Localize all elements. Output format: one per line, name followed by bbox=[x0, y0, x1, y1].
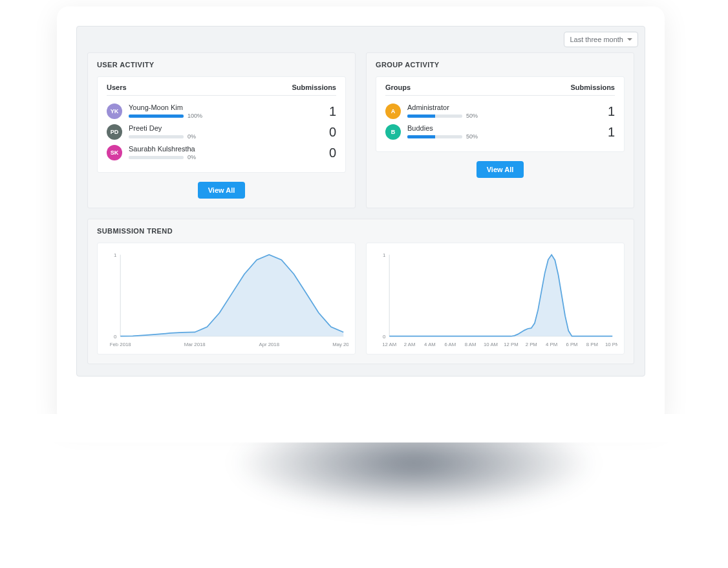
user-activity-title: USER ACTIVITY bbox=[97, 61, 346, 69]
progress-wrap: 100% bbox=[129, 113, 325, 119]
svg-text:May 2018: May 2018 bbox=[332, 342, 348, 347]
trend-chart-monthly: 01Feb 2018Mar 2018Apr 2018May 2018 bbox=[97, 243, 356, 355]
monthly-chart-svg: 01Feb 2018Mar 2018Apr 2018May 2018 bbox=[104, 250, 348, 350]
hourly-chart-svg: 0112 AM2 AM4 AM6 AM8 AM10 AM12 PM2 PM4 P… bbox=[373, 250, 617, 350]
app-screen: Last three month USER ACTIVITY Users Sub… bbox=[76, 26, 645, 377]
laptop-frame: Last three month USER ACTIVITY Users Sub… bbox=[57, 6, 665, 424]
group-view-all-button[interactable]: View All bbox=[476, 161, 524, 178]
group-activity-panel: GROUP ACTIVITY Groups Submissions AAdmin… bbox=[366, 52, 634, 208]
svg-text:6 AM: 6 AM bbox=[444, 342, 456, 347]
user-row-main: Preeti Dey0% bbox=[129, 124, 325, 140]
submission-trend-title: SUBMISSION TREND bbox=[97, 227, 625, 235]
group-row[interactable]: BBuddies50%1 bbox=[385, 122, 615, 142]
svg-text:12 AM: 12 AM bbox=[382, 342, 396, 347]
submission-count: 0 bbox=[325, 125, 336, 140]
groups-column-header: Groups bbox=[385, 83, 411, 91]
svg-text:4 PM: 4 PM bbox=[546, 342, 557, 347]
progress-fill bbox=[129, 115, 184, 118]
user-activity-panel: USER ACTIVITY Users Submissions YKYoung-… bbox=[87, 52, 356, 208]
progress-wrap: 0% bbox=[129, 133, 325, 140]
user-row-main: Saurabh Kulshrestha0% bbox=[129, 145, 325, 160]
svg-text:10 AM: 10 AM bbox=[484, 342, 498, 347]
user-row[interactable]: YKYoung-Moon Kim100%1 bbox=[107, 101, 336, 122]
avatar: YK bbox=[107, 104, 122, 119]
avatar: A bbox=[385, 104, 401, 119]
progress-bar bbox=[129, 156, 184, 159]
group-name: Administrator bbox=[407, 104, 603, 111]
progress-percent: 0% bbox=[187, 133, 196, 140]
group-row-main: Buddies50% bbox=[407, 124, 603, 140]
progress-wrap: 50% bbox=[407, 113, 603, 119]
user-name: Young-Moon Kim bbox=[129, 104, 325, 111]
user-name: Saurabh Kulshrestha bbox=[129, 145, 325, 153]
progress-bar bbox=[129, 115, 184, 118]
svg-text:1: 1 bbox=[114, 252, 116, 258]
submission-count: 1 bbox=[603, 125, 615, 140]
svg-text:Mar 2018: Mar 2018 bbox=[184, 342, 206, 347]
user-activity-card: Users Submissions YKYoung-Moon Kim100%1P… bbox=[97, 76, 346, 173]
progress-percent: 50% bbox=[466, 133, 478, 140]
time-range-label: Last three month bbox=[570, 36, 623, 43]
group-row-main: Administrator50% bbox=[407, 104, 603, 119]
svg-text:10 PM: 10 PM bbox=[605, 342, 617, 347]
svg-text:0: 0 bbox=[114, 334, 116, 340]
user-row[interactable]: SKSaurabh Kulshrestha0%0 bbox=[107, 142, 336, 163]
progress-fill bbox=[407, 135, 435, 138]
submission-count: 0 bbox=[325, 146, 336, 160]
user-name: Preeti Dey bbox=[129, 124, 325, 132]
topbar: Last three month bbox=[77, 27, 645, 52]
group-row[interactable]: AAdministrator50%1 bbox=[385, 101, 615, 122]
trend-chart-hourly: 0112 AM2 AM4 AM6 AM8 AM10 AM12 PM2 PM4 P… bbox=[366, 243, 625, 355]
chevron-down-icon bbox=[627, 38, 632, 41]
user-row[interactable]: PDPreeti Dey0%0 bbox=[107, 122, 336, 142]
progress-bar bbox=[407, 115, 462, 118]
group-activity-title: GROUP ACTIVITY bbox=[376, 61, 625, 69]
progress-percent: 50% bbox=[466, 113, 478, 119]
avatar: SK bbox=[107, 145, 122, 160]
submissions-column-header: Submissions bbox=[292, 83, 336, 91]
user-row-main: Young-Moon Kim100% bbox=[129, 104, 325, 119]
svg-text:8 AM: 8 AM bbox=[465, 342, 476, 347]
group-submissions-column-header: Submissions bbox=[571, 83, 615, 91]
svg-text:2 PM: 2 PM bbox=[526, 342, 537, 347]
group-name: Buddies bbox=[407, 124, 603, 132]
progress-bar bbox=[129, 135, 184, 138]
progress-wrap: 50% bbox=[407, 133, 603, 140]
charts-row: 01Feb 2018Mar 2018Apr 2018May 2018 0112 … bbox=[97, 243, 625, 355]
progress-fill bbox=[407, 115, 435, 118]
svg-text:2 AM: 2 AM bbox=[404, 342, 416, 347]
svg-text:4 AM: 4 AM bbox=[424, 342, 436, 347]
laptop-base bbox=[25, 414, 697, 442]
submission-count: 1 bbox=[603, 104, 615, 119]
time-range-dropdown[interactable]: Last three month bbox=[564, 32, 638, 47]
group-activity-card: Groups Submissions AAdministrator50%1BBu… bbox=[376, 76, 625, 152]
users-column-header: Users bbox=[107, 83, 127, 91]
svg-text:Apr 2018: Apr 2018 bbox=[259, 342, 279, 347]
progress-bar bbox=[407, 135, 462, 138]
svg-text:1: 1 bbox=[383, 252, 385, 258]
progress-percent: 0% bbox=[187, 154, 196, 160]
svg-text:Feb 2018: Feb 2018 bbox=[110, 342, 131, 347]
svg-text:8 PM: 8 PM bbox=[586, 342, 598, 347]
avatar: B bbox=[385, 124, 401, 140]
group-activity-header: Groups Submissions bbox=[385, 83, 615, 96]
avatar: PD bbox=[107, 124, 122, 140]
user-view-all-button[interactable]: View All bbox=[198, 182, 246, 199]
user-activity-header: Users Submissions bbox=[107, 83, 336, 96]
activity-panels-row: USER ACTIVITY Users Submissions YKYoung-… bbox=[77, 52, 645, 212]
progress-wrap: 0% bbox=[129, 154, 325, 160]
svg-text:12 PM: 12 PM bbox=[504, 342, 518, 347]
svg-text:6 PM: 6 PM bbox=[566, 342, 577, 347]
submission-count: 1 bbox=[325, 104, 336, 119]
submission-trend-panel: SUBMISSION TREND 01Feb 2018Mar 2018Apr 2… bbox=[87, 219, 634, 364]
svg-text:0: 0 bbox=[383, 334, 385, 340]
progress-percent: 100% bbox=[187, 113, 202, 119]
